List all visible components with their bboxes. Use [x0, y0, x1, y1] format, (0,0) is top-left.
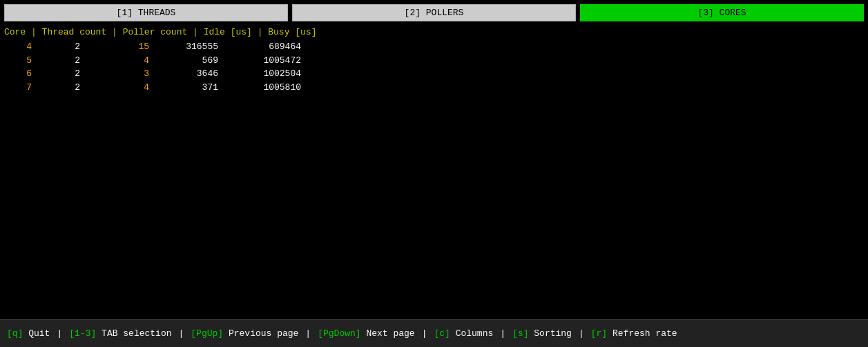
status-label-columns: Columns [450, 328, 493, 339]
cell-busy-1: 1005472 [232, 54, 301, 68]
status-columns[interactable]: [c] Columns [434, 328, 493, 339]
status-key-c: [c] [434, 328, 450, 339]
table-row: 6 2 3 3646 1002504 [4, 67, 864, 81]
table-body: 4 2 15 316555 689464 5 2 4 569 1005472 6… [4, 40, 864, 94]
cell-poller-2: 3 [94, 67, 163, 81]
status-label-sorting: Sorting [528, 328, 571, 339]
cell-core-0: 4 [4, 40, 39, 54]
cell-busy-2: 1002504 [232, 67, 301, 81]
cell-thread-2: 2 [39, 67, 94, 81]
cell-poller-1: 4 [94, 54, 163, 68]
tab-pollers[interactable]: [2] POLLERS [292, 4, 576, 21]
table-row: 4 2 15 316555 689464 [4, 40, 864, 54]
cell-core-2: 6 [4, 67, 39, 81]
table-header: Core | Thread count | Poller count | Idl… [4, 26, 864, 39]
status-key-r: [r] [591, 328, 607, 339]
cell-thread-1: 2 [39, 54, 94, 68]
cell-core-3: 7 [4, 81, 39, 95]
sep-1: | [57, 328, 62, 339]
cell-idle-3: 371 [163, 81, 232, 95]
tab-cores[interactable]: [3] CORES [580, 4, 864, 21]
cell-busy-0: 689464 [232, 40, 301, 54]
status-sorting[interactable]: [s] Sorting [512, 328, 572, 339]
sep-4: | [422, 328, 427, 339]
status-key-s: [s] [512, 328, 528, 339]
cell-busy-3: 1005810 [232, 81, 301, 95]
status-label-tab: TAB selection [96, 328, 171, 339]
status-label-pgup: Previous page [223, 328, 298, 339]
status-tab-selection[interactable]: [1-3] TAB selection [69, 328, 171, 339]
sep-5: | [500, 328, 505, 339]
status-pgdown[interactable]: [PgDown] Next page [318, 328, 414, 339]
cell-thread-3: 2 [39, 81, 94, 95]
sep-6: | [579, 328, 584, 339]
main-container: [1] THREADS [2] POLLERS [3] CORES Core |… [0, 0, 868, 347]
tab-bar: [1] THREADS [2] POLLERS [3] CORES [0, 0, 868, 21]
tab-threads[interactable]: [1] THREADS [4, 4, 288, 21]
cell-thread-0: 2 [39, 40, 94, 54]
content-area: Core | Thread count | Poller count | Idl… [0, 21, 868, 319]
table-row: 7 2 4 371 1005810 [4, 81, 864, 95]
status-label-refresh: Refresh rate [607, 328, 677, 339]
status-key-tab: [1-3] [69, 328, 96, 339]
table-row: 5 2 4 569 1005472 [4, 54, 864, 68]
cell-core-1: 5 [4, 54, 39, 68]
status-quit[interactable]: [q] Quit [7, 328, 50, 339]
sep-3: | [305, 328, 311, 339]
cell-idle-1: 569 [163, 54, 232, 68]
status-label-pgdown: Next page [361, 328, 415, 339]
sep-2: | [179, 328, 184, 339]
cell-poller-3: 4 [94, 81, 163, 95]
status-label-quit: Quit [23, 328, 50, 339]
cell-poller-0: 15 [94, 40, 163, 54]
status-refresh-rate[interactable]: [r] Refresh rate [591, 328, 677, 339]
status-pgup[interactable]: [PgUp] Previous page [191, 328, 298, 339]
status-key-pgup: [PgUp] [191, 328, 223, 339]
status-key-pgdown: [PgDown] [318, 328, 360, 339]
cell-idle-0: 316555 [163, 40, 232, 54]
status-key-q: [q] [7, 328, 23, 339]
status-bar: [q] Quit | [1-3] TAB selection | [PgUp] … [0, 319, 868, 347]
cell-idle-2: 3646 [163, 67, 232, 81]
